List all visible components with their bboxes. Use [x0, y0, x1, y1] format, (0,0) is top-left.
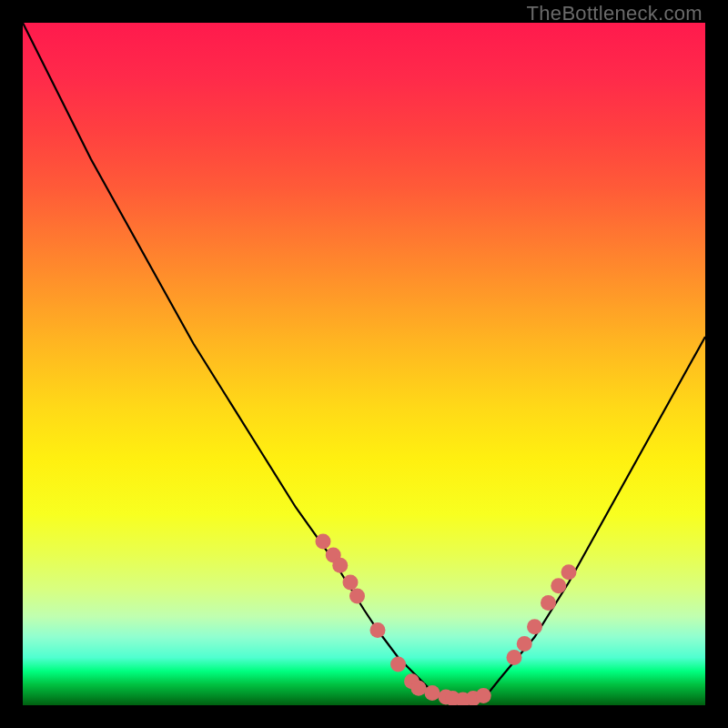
highlight-point: [343, 575, 359, 591]
highlight-point: [349, 589, 365, 604]
highlight-point: [541, 595, 556, 611]
highlight-point: [316, 534, 331, 550]
highlight-point: [332, 558, 348, 573]
highlight-point: [476, 688, 491, 703]
highlight-point: [551, 578, 566, 593]
highlight-point: [507, 650, 522, 665]
chart-container: TheBottleneck.com: [0, 0, 728, 728]
highlight-point: [527, 619, 542, 634]
highlight-points-left: [316, 534, 420, 690]
plot-area: [23, 23, 705, 705]
curve-svg: [23, 23, 705, 705]
highlight-point: [517, 636, 532, 652]
highlight-point: [425, 685, 440, 701]
highlight-point: [390, 657, 406, 672]
highlight-point: [561, 564, 577, 580]
bottleneck-curve: [23, 23, 705, 702]
highlight-point: [370, 622, 386, 638]
highlight-points-bottom: [411, 681, 491, 705]
highlight-points-right: [507, 564, 577, 665]
highlight-point: [411, 681, 427, 696]
